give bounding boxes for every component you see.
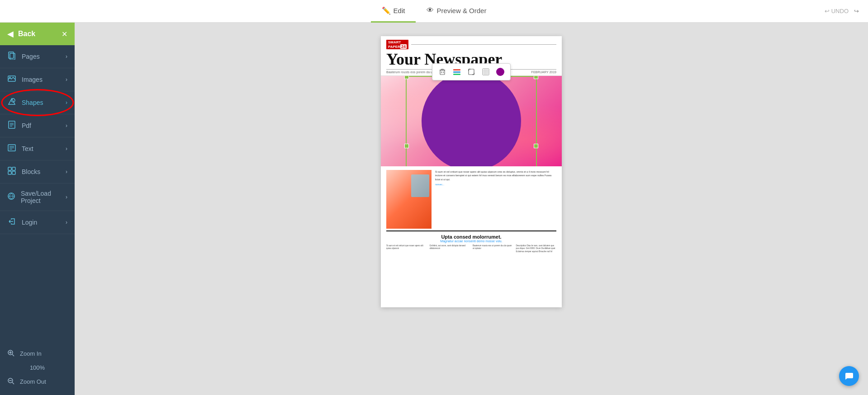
- svg-rect-1: [10, 53, 15, 60]
- tab-preview[interactable]: 👁 Preview & Order: [416, 0, 497, 23]
- sidebar-item-pdf[interactable]: Pdf ›: [0, 114, 75, 137]
- blocks-icon: [7, 167, 16, 177]
- bottom-title: Upta consed molorrumet.: [386, 234, 556, 240]
- column-image: [386, 170, 432, 229]
- sidebar-item-login[interactable]: Login ›: [0, 211, 75, 234]
- svg-rect-16: [8, 171, 11, 174]
- zoom-out-label: Zoom Out: [20, 378, 46, 385]
- main-layout: ◀ Back ✕ Pages › Images › Shapes ›: [0, 23, 868, 395]
- sidebar-item-shapes[interactable]: Shapes ›: [0, 91, 75, 114]
- bottom-section: Upta consed molorrumet. Magnatur accae n…: [386, 230, 556, 253]
- newspaper-content: Si aum et vel ontiunt que noser apero al…: [381, 166, 562, 257]
- delete-button[interactable]: [436, 66, 449, 78]
- login-arrow: ›: [66, 219, 67, 226]
- pdf-arrow: ›: [66, 122, 67, 129]
- two-column-section: Si aum et vel ontiunt que noser apero al…: [386, 170, 556, 229]
- images-icon: [7, 75, 16, 85]
- svg-rect-17: [12, 171, 15, 174]
- svg-line-25: [12, 382, 14, 384]
- layers-button[interactable]: [451, 66, 463, 78]
- close-icon: ✕: [62, 30, 67, 38]
- tab-preview-label: Preview & Order: [436, 7, 486, 14]
- sidebar-item-login-label: Login: [22, 219, 37, 226]
- svg-point-3: [9, 77, 11, 78]
- zoom-out-icon: [7, 377, 14, 386]
- sidebar-item-saveload[interactable]: Save/Load Project ›: [0, 183, 75, 211]
- sidebar-item-text-label: Text: [22, 145, 33, 152]
- purple-circle-shape[interactable]: [422, 76, 521, 166]
- pages-arrow: ›: [66, 53, 67, 60]
- shapes-arrow: ›: [66, 99, 67, 106]
- back-icon: ◀: [7, 29, 14, 39]
- blocks-arrow: ›: [66, 169, 67, 175]
- sidebar: ◀ Back ✕ Pages › Images › Shapes ›: [0, 23, 75, 395]
- pdf-icon: [7, 121, 16, 131]
- newspaper-logo: SMARTPAPER24: [386, 40, 408, 49]
- bottom-col-3: Baaterum rousts eos ut porem da ula quam…: [473, 245, 513, 253]
- sidebar-item-saveload-label: Save/Load Project: [21, 190, 60, 204]
- back-button[interactable]: ◀ Back ✕: [0, 23, 75, 45]
- bottom-col-4: Descriptitur Dias le nam, usei dolutem q…: [516, 245, 557, 253]
- saveload-icon: [7, 192, 15, 202]
- svg-rect-0: [9, 52, 14, 58]
- sidebar-item-blocks[interactable]: Blocks ›: [0, 160, 75, 183]
- bottom-col-2: Gnihitint, aut arum, sant dolupta tionse…: [430, 245, 470, 253]
- zoom-percent: 100%: [0, 362, 75, 373]
- link-text: nonsec...: [435, 183, 556, 186]
- undo-button[interactable]: ↩ UNDO: [825, 8, 849, 14]
- zoom-in-button[interactable]: Zoom In: [0, 345, 75, 362]
- canvas-area: SMARTPAPER24 Your Newspaper Baaterum rou…: [75, 23, 868, 395]
- shape-toolbar: [432, 63, 511, 80]
- text-arrow: ›: [66, 146, 67, 152]
- bottom-subtitle: Magnatur accae nonsenti demo mosse volu.: [386, 240, 556, 243]
- column-text: Si aum et vel ontiunt que noser apero al…: [435, 170, 556, 229]
- resize-button[interactable]: [465, 66, 478, 78]
- bottom-col-1: Si aum et vel ontiunt que noser apero al…: [386, 245, 427, 253]
- preview-icon: 👁: [427, 6, 434, 14]
- sidebar-bottom: Zoom In 100% Zoom Out: [0, 340, 75, 395]
- top-bar-right: ↩ UNDO ↪: [825, 8, 859, 14]
- text-icon: [7, 144, 16, 154]
- zoom-in-icon: [7, 349, 14, 358]
- svg-rect-15: [12, 167, 15, 170]
- four-column-section: Si aum et vel ontiunt que noser apero al…: [386, 245, 556, 253]
- newspaper-image-section: [381, 76, 562, 166]
- svg-line-21: [12, 354, 14, 356]
- pattern-button[interactable]: [479, 66, 492, 78]
- login-icon: [7, 217, 16, 227]
- zoom-in-label: Zoom In: [20, 350, 42, 357]
- back-label: Back: [18, 30, 35, 38]
- sidebar-item-text[interactable]: Text ›: [0, 137, 75, 160]
- body-text: Si aum et vel ontiunt que noser apero al…: [435, 170, 556, 181]
- shapes-icon: [7, 98, 16, 108]
- sidebar-item-shapes-label: Shapes: [22, 99, 43, 106]
- top-bar: ✏️ Edit 👁 Preview & Order ↩ UNDO ↪: [0, 0, 868, 23]
- newspaper-page: SMARTPAPER24 Your Newspaper Baaterum rou…: [381, 36, 562, 307]
- images-arrow: ›: [66, 76, 67, 83]
- svg-rect-14: [8, 167, 11, 170]
- svg-rect-30: [469, 69, 474, 75]
- color-button[interactable]: [494, 66, 507, 78]
- redo-icon[interactable]: ↪: [854, 8, 859, 14]
- undo-icon: ↩: [825, 8, 830, 14]
- newspaper-date: FEBRUARY 2019: [531, 71, 556, 74]
- sidebar-item-pages-label: Pages: [22, 53, 40, 60]
- sidebar-item-images-label: Images: [22, 76, 43, 83]
- sidebar-item-images[interactable]: Images ›: [0, 68, 75, 91]
- chat-bubble-button[interactable]: [839, 366, 859, 386]
- sidebar-item-pdf-label: Pdf: [22, 122, 31, 129]
- sidebar-item-pages[interactable]: Pages ›: [0, 45, 75, 68]
- zoom-out-button[interactable]: Zoom Out: [0, 373, 75, 390]
- sidebar-item-blocks-label: Blocks: [22, 168, 40, 175]
- pages-icon: [7, 52, 16, 61]
- tab-edit[interactable]: ✏️ Edit: [371, 0, 416, 23]
- edit-icon: ✏️: [382, 6, 391, 15]
- svg-rect-27: [440, 70, 445, 75]
- undo-label: UNDO: [831, 8, 849, 14]
- tab-edit-label: Edit: [394, 7, 405, 14]
- tab-group: ✏️ Edit 👁 Preview & Order: [371, 0, 498, 23]
- saveload-arrow: ›: [66, 194, 67, 200]
